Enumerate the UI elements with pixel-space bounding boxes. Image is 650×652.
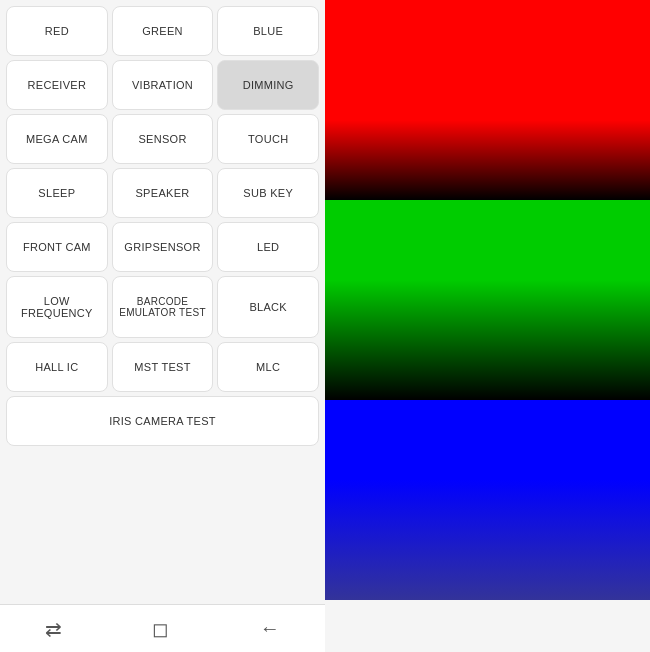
btn-green[interactable]: GREEN [112, 6, 214, 56]
row-5: FRONT CAM GRIPSENSOR LED [6, 222, 319, 272]
btn-red[interactable]: RED [6, 6, 108, 56]
row-6: LOW FREQUENCY BARCODE EMULATOR TEST BLAC… [6, 276, 319, 338]
main-content: RED GREEN BLUE RECEIVER VIBRATION DIMMIN… [0, 0, 650, 652]
btn-sub-key[interactable]: SUB KEY [217, 168, 319, 218]
btn-mst-test[interactable]: MST TEST [112, 342, 214, 392]
btn-receiver[interactable]: RECEIVER [6, 60, 108, 110]
right-panel [325, 0, 650, 652]
btn-led[interactable]: LED [217, 222, 319, 272]
btn-low-frequency[interactable]: LOW FREQUENCY [6, 276, 108, 338]
btn-mlc[interactable]: MLC [217, 342, 319, 392]
btn-mega-cam[interactable]: MEGA CAM [6, 114, 108, 164]
row-3: MEGA CAM SENSOR TOUCH [6, 114, 319, 164]
bottom-nav: ⇄ ◻ ← [0, 604, 325, 652]
row-1: RED GREEN BLUE [6, 6, 319, 56]
btn-sleep[interactable]: SLEEP [6, 168, 108, 218]
btn-touch[interactable]: TOUCH [217, 114, 319, 164]
btn-blue[interactable]: BLUE [217, 6, 319, 56]
btn-dimming[interactable]: DIMMING [217, 60, 319, 110]
btn-vibration[interactable]: VIBRATION [112, 60, 214, 110]
btn-gripsensor[interactable]: GRIPSENSOR [112, 222, 214, 272]
row-8: IRIS CAMERA TEST [6, 396, 319, 446]
row-7: HALL IC MST TEST MLC [6, 342, 319, 392]
row-2: RECEIVER VIBRATION DIMMING [6, 60, 319, 110]
color-red-block [325, 0, 650, 200]
row-4: SLEEP SPEAKER SUB KEY [6, 168, 319, 218]
color-green-block [325, 200, 650, 400]
back-icon[interactable]: ← [252, 609, 288, 648]
btn-iris-camera[interactable]: IRIS CAMERA TEST [6, 396, 319, 446]
btn-black[interactable]: BLACK [217, 276, 319, 338]
recent-apps-icon[interactable]: ⇄ [37, 609, 70, 649]
color-blue-block [325, 400, 650, 600]
btn-sensor[interactable]: SENSOR [112, 114, 214, 164]
btn-hall-ic[interactable]: HALL IC [6, 342, 108, 392]
home-icon[interactable]: ◻ [144, 609, 177, 649]
btn-barcode-emulator[interactable]: BARCODE EMULATOR TEST [112, 276, 214, 338]
btn-speaker[interactable]: SPEAKER [112, 168, 214, 218]
left-panel: RED GREEN BLUE RECEIVER VIBRATION DIMMIN… [0, 0, 325, 652]
btn-front-cam[interactable]: FRONT CAM [6, 222, 108, 272]
